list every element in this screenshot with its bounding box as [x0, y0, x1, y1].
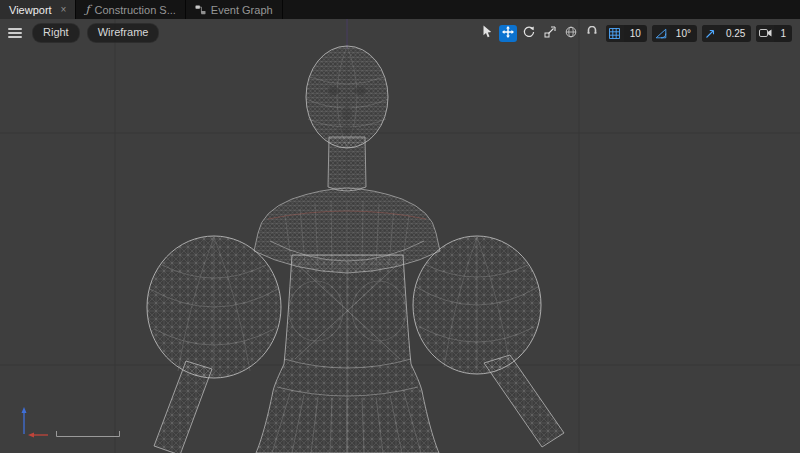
tab-bar: Viewport × ƒ Construction S... Event Gra… [0, 0, 800, 19]
tab-viewport-label: Viewport [9, 4, 52, 16]
axis-left-arrow [28, 433, 34, 438]
close-icon[interactable]: × [61, 5, 67, 15]
sleeve-right [413, 236, 541, 374]
magnet-icon [586, 24, 598, 42]
transform-snap-group: 10 10° 0.25 [478, 25, 792, 42]
dress-bodice [256, 255, 439, 453]
move-icon [502, 24, 514, 42]
rotate-tool-button[interactable] [520, 25, 538, 42]
blueprint-editor: Viewport × ƒ Construction S... Event Gra… [0, 0, 800, 453]
scale-snap-icon [702, 25, 720, 42]
sleeve-left [147, 236, 281, 378]
camera-icon [756, 25, 774, 42]
move-tool-button[interactable] [499, 25, 517, 42]
wireframe-character[interactable] [147, 46, 564, 453]
grid-snap-value: 10 [624, 28, 647, 39]
scale-icon [544, 24, 556, 42]
menu-icon[interactable] [8, 28, 22, 38]
tab-viewport[interactable]: Viewport × [0, 0, 76, 19]
camera-speed-control[interactable]: 1 [756, 25, 792, 42]
tab-construction-script-label: Construction S... [95, 4, 176, 16]
scale-ruler [56, 430, 120, 438]
cursor-icon [481, 24, 492, 42]
globe-icon [565, 24, 577, 42]
function-icon: ƒ [85, 3, 89, 16]
viewport-canvas[interactable]: Right Wireframe [0, 19, 800, 453]
rotate-icon [523, 24, 535, 42]
scene-render [0, 19, 800, 453]
forearm-left [154, 361, 212, 453]
rotation-snap-control[interactable]: 10° [652, 25, 697, 42]
render-mode-button[interactable]: Wireframe [87, 23, 160, 42]
select-tool-button[interactable] [478, 25, 496, 42]
rotation-snap-value: 10° [670, 28, 697, 39]
grid-snap-control[interactable]: 10 [606, 25, 647, 42]
scale-tool-button[interactable] [541, 25, 559, 42]
head [306, 46, 388, 148]
tab-event-graph-label: Event Graph [211, 4, 273, 16]
scale-snap-value: 0.25 [720, 28, 751, 39]
scale-snap-control[interactable]: 0.25 [702, 25, 751, 42]
camera-speed-value: 1 [774, 28, 792, 39]
graph-icon [195, 5, 206, 15]
tab-construction-script[interactable]: ƒ Construction S... [76, 0, 185, 19]
angle-snap-icon [652, 25, 670, 42]
view-mode-button[interactable]: Right [32, 23, 80, 42]
axis-gizmo [2, 405, 62, 441]
viewport-toolbar: Right Wireframe [0, 23, 800, 43]
tab-event-graph[interactable]: Event Graph [186, 0, 283, 19]
forearm-right [484, 355, 564, 447]
surface-snapping-button[interactable] [583, 25, 601, 42]
grid-snap-icon [606, 25, 624, 42]
world-local-toggle-button[interactable] [562, 25, 580, 42]
axis-up-arrow [22, 407, 27, 413]
